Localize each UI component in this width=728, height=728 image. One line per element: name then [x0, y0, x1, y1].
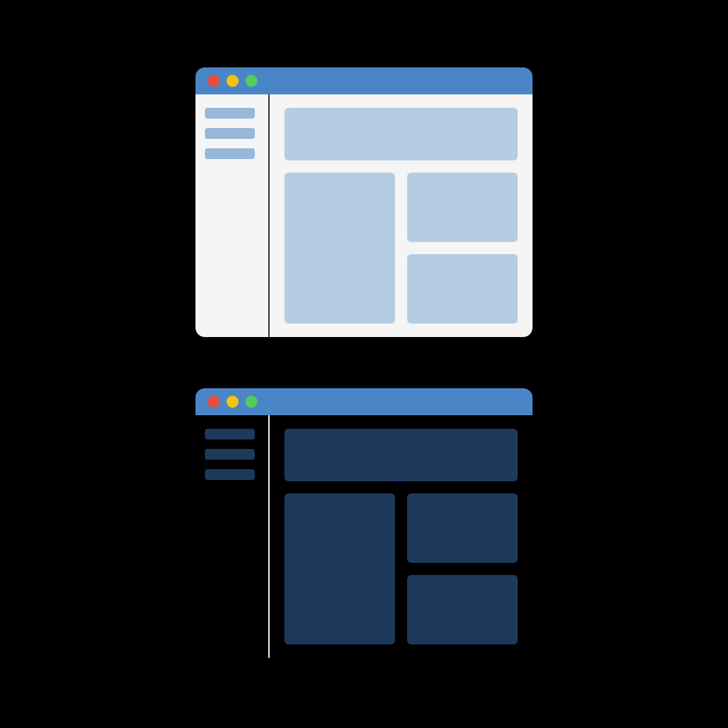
sidebar-item[interactable]: [205, 429, 255, 439]
window-dark-theme: [195, 388, 533, 658]
sidebar-item[interactable]: [205, 469, 255, 480]
content-grid: [284, 493, 518, 644]
minimize-icon[interactable]: [226, 75, 239, 87]
close-icon[interactable]: [208, 396, 220, 408]
sidebar-item[interactable]: [205, 449, 255, 460]
side-panels: [407, 173, 518, 324]
sidebar-item[interactable]: [205, 108, 255, 119]
side-panel-bottom: [407, 254, 518, 324]
content-grid: [284, 173, 518, 324]
side-panels: [407, 493, 518, 644]
minimize-icon[interactable]: [226, 396, 239, 408]
side-panel-top: [407, 493, 518, 563]
sidebar: [195, 94, 270, 337]
sidebar-item[interactable]: [205, 148, 255, 159]
close-icon[interactable]: [208, 75, 220, 87]
zoom-icon[interactable]: [245, 396, 257, 408]
content-area: [270, 94, 533, 337]
sidebar-item[interactable]: [205, 128, 255, 139]
main-panel: [284, 173, 395, 324]
main-panel: [284, 493, 395, 644]
titlebar: [195, 67, 533, 94]
window-body: [195, 415, 533, 658]
sidebar-divider: [268, 94, 270, 337]
titlebar: [195, 388, 533, 415]
sidebar: [195, 415, 270, 658]
sidebar-divider: [268, 415, 270, 658]
window-light-theme: [195, 67, 533, 337]
zoom-icon[interactable]: [245, 75, 257, 87]
side-panel-top: [407, 173, 518, 242]
window-body: [195, 94, 533, 337]
hero-panel: [284, 429, 518, 481]
content-area: [270, 415, 533, 658]
hero-panel: [284, 108, 518, 160]
side-panel-bottom: [407, 575, 518, 644]
